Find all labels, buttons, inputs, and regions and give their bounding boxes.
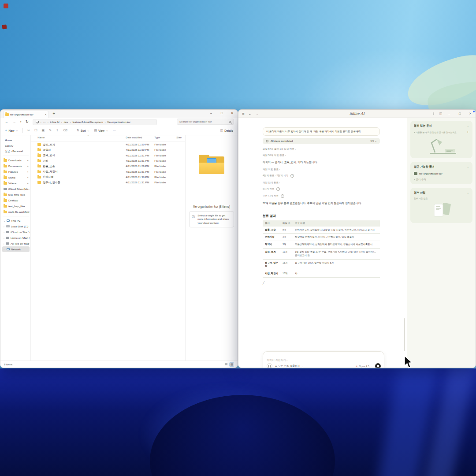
expand-chevron-icon[interactable]: ⌄ bbox=[4, 219, 5, 222]
chevron-down-icon[interactable]: ⌄ bbox=[467, 191, 469, 194]
delete-icon[interactable]: ⌫ bbox=[63, 129, 67, 132]
back-icon[interactable]: ← bbox=[5, 120, 8, 124]
sidebar-item[interactable]: multi-file-workflow bbox=[2, 209, 30, 215]
file-row[interactable]: 계약서 4/11/2026 11:30 PM File folder bbox=[31, 147, 185, 152]
tab-close-icon[interactable]: ✕ bbox=[45, 113, 47, 116]
column-type[interactable]: Type bbox=[154, 136, 176, 141]
file-row[interactable]: 사업_제안서 4/11/2026 11:31 PM File folder bbox=[31, 169, 185, 174]
new-button[interactable]: + New ⌄ bbox=[5, 129, 18, 132]
details-view-icon[interactable]: ▦ bbox=[229, 362, 234, 367]
sidebar-item[interactable]: iCloud Drive (Mo… ✦ bbox=[2, 186, 30, 192]
chat-event-line[interactable]: 파일 탐색 완료 bbox=[263, 181, 380, 184]
forward-icon[interactable]: → bbox=[12, 120, 16, 124]
explorer-tab[interactable]: file-organization-kor ✕ bbox=[3, 111, 49, 118]
chat-event-line[interactable]: 4단계 완료 · 5단계 시작 bbox=[263, 174, 380, 178]
sidebar-item[interactable]: Desktop bbox=[2, 197, 30, 203]
file-row[interactable]: 교육_입시 4/11/2026 11:31 PM File folder bbox=[31, 153, 185, 158]
chat-event-line[interactable]: 파일 56개 작업 완료 bbox=[263, 154, 380, 157]
scrollbar[interactable] bbox=[404, 318, 405, 351]
close-button[interactable]: ✕ bbox=[227, 110, 238, 117]
breadcrumb[interactable]: › ⋯ › inline AI › dev › feature-2-local-… bbox=[33, 119, 157, 125]
sidebar-item[interactable]: Downloads ✦ bbox=[2, 157, 30, 163]
column-date[interactable]: Date modified bbox=[126, 136, 154, 141]
sidebar-item[interactable]: Home bbox=[2, 137, 30, 143]
chat-event-line[interactable]: 5단계 완료 bbox=[263, 187, 380, 191]
add-folder-button[interactable]: + 폴더 추가... bbox=[414, 178, 469, 181]
desktop-shortcut-icon[interactable] bbox=[4, 4, 8, 8]
minimize-button[interactable]: – bbox=[206, 110, 216, 117]
share-icon[interactable]: ⇪ bbox=[56, 129, 59, 132]
chat-event-line[interactable]: 57개 파일을 전부 분류 완료했습니다. 루트에 남은 파일 없이 깔끔하게 … bbox=[263, 201, 380, 205]
sidebar-item[interactable]: Gallery bbox=[2, 143, 30, 149]
list-view-icon[interactable]: ▤ bbox=[225, 362, 228, 367]
sidebar-item[interactable]: Music ✦ bbox=[2, 175, 30, 180]
sidebar-item[interactable]: Videos ✦ bbox=[2, 180, 30, 186]
breadcrumb-item[interactable]: inline AI bbox=[50, 121, 60, 123]
sidebar-tree-item[interactable]: › Local Disk (C:) bbox=[2, 223, 30, 229]
expand-chevron-icon[interactable]: › bbox=[4, 231, 4, 234]
sidebar-tree-item[interactable]: ⌄ This PC bbox=[2, 218, 30, 223]
sidebar-tree-item[interactable]: › Home on 'Mac' (Y:) bbox=[2, 235, 30, 241]
breadcrumb-overflow[interactable]: ⋯ bbox=[43, 120, 46, 123]
sidebar-item[interactable]: test_hwp_files bbox=[2, 203, 30, 209]
expand-chevron-icon[interactable]: › bbox=[4, 242, 4, 245]
details-pane-button[interactable]: ◫ Details bbox=[220, 129, 234, 132]
view-button[interactable]: ▤ View ⌄ bbox=[94, 129, 108, 132]
stop-button[interactable] bbox=[375, 363, 381, 368]
file-row[interactable]: 손해사정 4/11/2026 11:30 PM File folder bbox=[31, 175, 185, 180]
file-row[interactable]: 기타 4/11/2026 11:31 PM File folder bbox=[31, 158, 185, 164]
chat-event-line[interactable]: 파일 57개 폴더 1개 탐색 완료 bbox=[263, 148, 380, 151]
drive-icon bbox=[6, 237, 9, 239]
breadcrumb-item[interactable]: file-organization-kor bbox=[107, 121, 130, 123]
more-icon[interactable]: ⋯ bbox=[113, 129, 116, 132]
up-icon[interactable]: ↑ bbox=[20, 120, 22, 124]
sidebar-item[interactable]: 상균 - Personal bbox=[2, 149, 30, 154]
sidebar-tree-item[interactable]: › AllFiles on 'Mac' (G:) bbox=[2, 241, 30, 246]
column-size[interactable]: Size bbox=[176, 136, 185, 141]
chat-event-line[interactable]: 모든 단계 완료 bbox=[263, 194, 380, 198]
sidebar-tree-item[interactable]: › iCloud on 'Mac' (X:) bbox=[2, 229, 30, 235]
expand-chevron-icon[interactable]: › bbox=[4, 225, 5, 228]
sidebar-tree-item[interactable]: › Network bbox=[2, 246, 30, 252]
column-name[interactable]: Name bbox=[31, 136, 126, 141]
add-document-button[interactable]: + bbox=[466, 130, 469, 134]
maximize-button[interactable]: □ bbox=[216, 110, 227, 117]
file-row[interactable]: 경리_회계 4/11/2026 11:30 PM File folder bbox=[31, 142, 185, 147]
sidebar-item[interactable]: Pictures ✦ bbox=[2, 169, 30, 175]
chat-event-line[interactable]: 마지막 — 견적서, 교육_입시, 기타 이동합니다. bbox=[263, 160, 380, 164]
search-input[interactable] bbox=[179, 120, 229, 123]
apply-edits-selector[interactable]: ✱ 모든 편집 적용하기 ⌄ bbox=[275, 364, 303, 368]
layout-icon[interactable]: ◫ bbox=[439, 112, 442, 115]
expand-chevron-icon[interactable]: › bbox=[4, 248, 5, 251]
breadcrumb-item[interactable]: dev bbox=[64, 121, 68, 123]
chat-event-line[interactable]: 파일 작업 완료 bbox=[263, 168, 380, 171]
desktop-shortcut-icon[interactable] bbox=[2, 25, 7, 30]
chevron-down-icon[interactable]: ⌄ bbox=[375, 140, 377, 142]
sidebar-item[interactable]: Documents ✦ bbox=[2, 163, 30, 169]
explorer-address-row: ← → ↑ ↻ › ⋯ › inline AI › dev › feature-… bbox=[0, 118, 238, 126]
maximize-button[interactable]: □ bbox=[454, 110, 465, 118]
composer-input[interactable] bbox=[267, 359, 380, 361]
share-icon[interactable]: ⇪ bbox=[432, 112, 435, 115]
cut-icon[interactable]: ✂ bbox=[27, 129, 30, 132]
refresh-icon[interactable]: ↻ bbox=[26, 120, 29, 124]
copy-icon[interactable]: ❐ bbox=[34, 129, 37, 132]
file-row[interactable]: 청구서_영수증 4/11/2026 11:31 PM File folder bbox=[31, 180, 185, 185]
steps-summary[interactable]: All steps completed 5/5 ⌄ bbox=[263, 138, 380, 144]
model-selector[interactable]: ✳ Opus 4.5 ⌄ bbox=[356, 365, 372, 368]
sort-button[interactable]: ⇅ Sort ⌄ bbox=[77, 129, 90, 132]
attach-button[interactable] bbox=[267, 363, 272, 368]
sidebar-item[interactable]: test_hwp_files bbox=[2, 192, 30, 197]
minimize-button[interactable]: – bbox=[444, 110, 454, 118]
accessible-folder-item[interactable]: file-organization-kor bbox=[414, 172, 469, 175]
rename-icon[interactable]: ✎ bbox=[49, 129, 52, 132]
chevron-down-icon[interactable]: ⌄ bbox=[467, 165, 469, 168]
composer[interactable]: ✱ 모든 편집 적용하기 ⌄ ✳ Opus 4.5 ⌄ bbox=[263, 351, 384, 368]
paste-icon[interactable]: ▣ bbox=[42, 129, 45, 132]
expand-chevron-icon[interactable]: › bbox=[4, 237, 4, 239]
explorer-search-box[interactable] bbox=[177, 119, 234, 125]
breadcrumb-item[interactable]: feature-2-local-file-system bbox=[72, 121, 103, 123]
new-tab-button[interactable]: + bbox=[52, 112, 56, 115]
file-row[interactable]: 법률_소송 4/11/2026 11:29 PM File folder bbox=[31, 164, 185, 169]
chevron-down-icon[interactable]: ⌄ bbox=[467, 124, 469, 127]
